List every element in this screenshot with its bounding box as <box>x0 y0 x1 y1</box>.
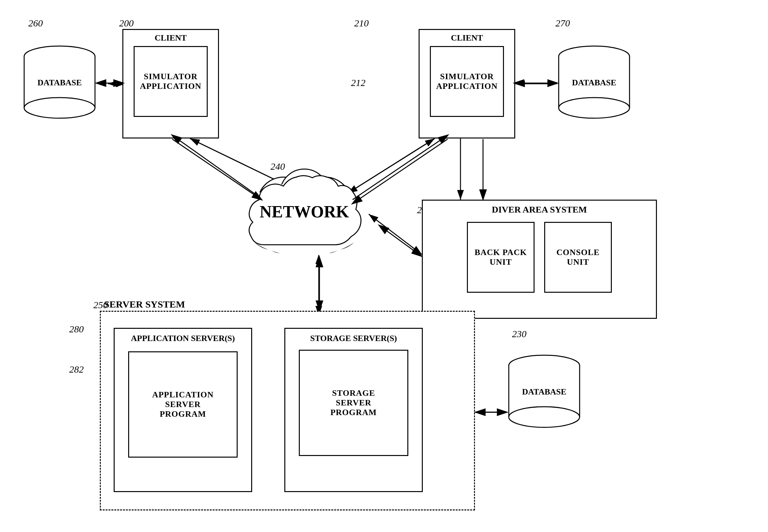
svg-point-39 <box>509 407 580 427</box>
app-server-inner-label: APPLICATIONSERVERPROGRAM <box>152 390 213 419</box>
storage-server-outer: STORAGE SERVER(S) STORAGESERVERPROGRAM <box>284 328 423 492</box>
ref-270: 270 <box>555 18 570 29</box>
backpack-unit-label: BACK PACK UNIT <box>468 248 534 267</box>
diver-area-label: DIVER AREA SYSTEM <box>488 201 591 219</box>
network-cloud: NETWORK <box>232 158 377 262</box>
svg-text:DATABASE: DATABASE <box>522 387 566 396</box>
app-server-inner: APPLICATIONSERVERPROGRAM <box>128 351 238 458</box>
storage-server-outer-label: STORAGE SERVER(S) <box>305 329 402 348</box>
ref-212: 212 <box>351 77 365 88</box>
client2-outer: CLIENT SIMULATORAPPLICATION <box>419 29 515 138</box>
database1: DATABASE <box>23 45 97 122</box>
storage-server-inner-label: STORAGESERVERPROGRAM <box>330 388 377 417</box>
client1-inner: SIMULATORAPPLICATION <box>134 46 208 117</box>
app-server-outer: APPLICATION SERVER(S) APPLICATIONSERVERP… <box>114 328 252 492</box>
svg-text:DATABASE: DATABASE <box>572 78 616 87</box>
console-unit-label: CONSOLE UNIT <box>545 248 611 267</box>
svg-text:NETWORK: NETWORK <box>260 203 349 221</box>
svg-point-17 <box>24 98 95 118</box>
ref-230: 230 <box>512 328 526 339</box>
client1-inner-label: SIMULATORAPPLICATION <box>140 72 201 91</box>
client1-outer: CLIENT SIMULATORAPPLICATION <box>122 29 219 138</box>
storage-server-inner: STORAGESERVERPROGRAM <box>299 350 408 456</box>
ref-282: 282 <box>69 364 84 375</box>
server-system-label: SERVER SYSTEM <box>104 299 185 310</box>
client2-inner: SIMULATORAPPLICATION <box>430 46 504 117</box>
database2: DATABASE <box>557 45 631 122</box>
client1-outer-label: CLIENT <box>151 30 190 44</box>
diver-area-system: DIVER AREA SYSTEM BACK PACK UNIT CONSOLE… <box>422 200 657 319</box>
backpack-unit: BACK PACK UNIT <box>467 222 535 293</box>
ref-210: 210 <box>354 18 369 29</box>
server-system: SERVER SYSTEM APPLICATION SERVER(S) APPL… <box>100 311 475 510</box>
svg-text:DATABASE: DATABASE <box>37 78 82 87</box>
client2-outer-label: CLIENT <box>448 30 486 44</box>
ref-200: 200 <box>119 18 134 29</box>
app-server-outer-label: APPLICATION SERVER(S) <box>126 329 240 348</box>
svg-point-23 <box>559 98 630 118</box>
ref-280: 280 <box>69 324 84 335</box>
ref-260: 260 <box>28 18 43 29</box>
console-unit: CONSOLE UNIT <box>544 222 612 293</box>
client2-inner-label: SIMULATORAPPLICATION <box>436 72 498 91</box>
database3: DATABASE <box>507 354 581 432</box>
